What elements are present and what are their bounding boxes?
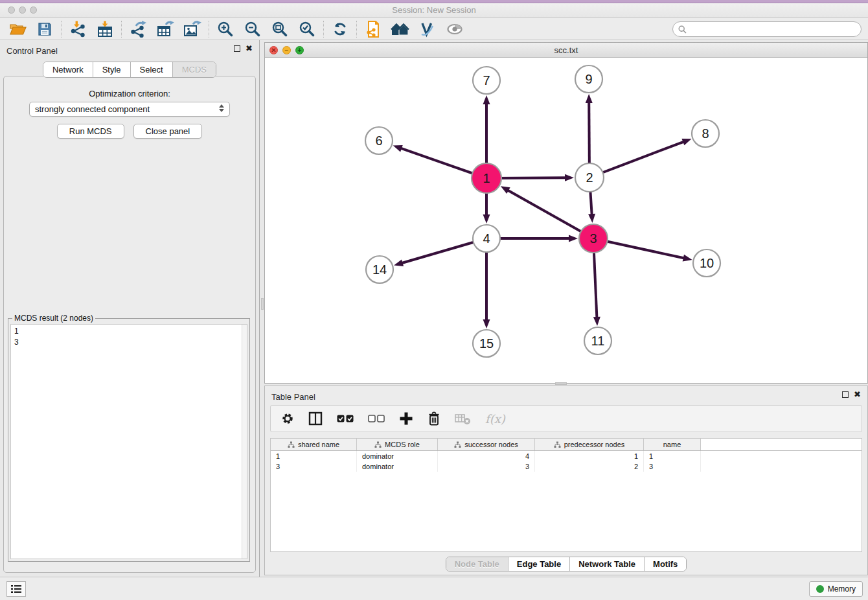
import-network-icon	[69, 21, 86, 38]
deselect-all-icon[interactable]	[368, 415, 385, 422]
window-title: Session: New Session	[0, 5, 868, 15]
tab-edge-table[interactable]: Edge Table	[508, 557, 570, 571]
toolbar-separator	[323, 21, 324, 38]
toolbar-separator	[121, 21, 122, 38]
network-file-button[interactable]	[360, 19, 387, 40]
close-table-panel-icon[interactable]: ✖	[854, 391, 861, 398]
table-panel-tabs: Node Table Edge Table Network Table Moti…	[265, 557, 867, 571]
export-table-button[interactable]	[152, 19, 179, 40]
search-input[interactable]	[690, 25, 856, 34]
import-table-button[interactable]	[91, 19, 119, 40]
table-row[interactable]: 1 dominator 4 1 1	[271, 451, 862, 461]
mcds-result-box: MCDS result (2 nodes) 1 3	[8, 318, 250, 562]
node-table: shared name MCDS role successor nodes pr…	[270, 438, 862, 552]
column-header-mcds-role[interactable]: MCDS role	[357, 439, 438, 450]
mcds-result-list[interactable]: 1 3	[10, 324, 247, 559]
shared-column-icon	[554, 441, 561, 448]
panel-splitter[interactable]	[259, 40, 264, 577]
criterion-dropdown-value: strongly connected component	[35, 104, 150, 114]
graph-node-label: 14	[372, 262, 387, 277]
graph-node-label: 8	[702, 126, 709, 141]
run-mcds-button[interactable]: Run MCDS	[57, 124, 124, 139]
tab-network[interactable]: Network	[43, 62, 93, 77]
memory-status-icon	[816, 585, 824, 593]
edge-arrowhead-icon	[588, 214, 595, 223]
column-chooser-icon[interactable]	[308, 411, 323, 426]
splitter-handle-icon[interactable]	[261, 298, 264, 310]
settings-gear-icon[interactable]	[281, 412, 294, 425]
save-icon	[37, 21, 52, 37]
search-icon	[678, 25, 687, 34]
control-panel-title: Control Panel	[6, 46, 58, 56]
tab-motifs[interactable]: Motifs	[645, 557, 686, 571]
search-box[interactable]	[672, 21, 862, 37]
save-session-button[interactable]	[31, 19, 58, 40]
memory-button[interactable]: Memory	[809, 581, 863, 597]
open-file-button[interactable]	[4, 19, 31, 40]
result-scrollbar[interactable]	[242, 325, 247, 559]
graph-node-label: 7	[483, 73, 490, 87]
float-table-panel-icon[interactable]	[842, 391, 849, 398]
export-network-button[interactable]	[124, 19, 152, 40]
table-panel-title: Table Panel	[271, 392, 315, 402]
task-history-button[interactable]	[6, 581, 26, 597]
network-splitter-handle-icon[interactable]	[555, 382, 567, 385]
tab-mcds[interactable]: MCDS	[173, 62, 216, 77]
tab-select[interactable]: Select	[131, 62, 173, 77]
table-row[interactable]: 3 dominator 3 2 3	[271, 461, 862, 472]
tab-style[interactable]: Style	[93, 62, 131, 77]
zoom-in-button[interactable]	[212, 19, 239, 40]
edge-arrowhead-icon	[565, 174, 574, 181]
zoom-out-icon	[244, 21, 261, 38]
mcds-result-line: 1	[14, 326, 244, 337]
edge-arrowhead-icon	[681, 139, 691, 145]
refresh-button[interactable]	[326, 19, 354, 40]
table-panel-header: Table Panel ✖	[265, 386, 867, 406]
column-header-shared-name[interactable]: shared name	[271, 439, 357, 450]
toolbar-separator	[209, 21, 209, 38]
control-panel-header: Control Panel ✖	[0, 40, 259, 60]
column-header-successor-nodes[interactable]: successor nodes	[438, 439, 535, 450]
edge-arrowhead-icon	[683, 255, 692, 262]
shared-column-icon	[454, 441, 461, 448]
close-panel-button[interactable]: Close panel	[133, 124, 203, 139]
graph-node-label: 4	[483, 231, 490, 246]
table-toolbar: f(x)	[270, 405, 862, 432]
network-window-titlebar[interactable]: ✕ − + scc.txt	[265, 43, 867, 58]
open-folder-icon	[9, 21, 27, 37]
graph-node-label: 1	[483, 171, 490, 185]
graph-node-label: 15	[479, 336, 494, 351]
window-titlebar: Session: New Session	[0, 0, 868, 18]
vizmapper-button[interactable]	[414, 19, 441, 40]
cybrowser-home-button[interactable]	[387, 19, 414, 40]
memory-label: Memory	[828, 584, 856, 594]
list-icon	[10, 584, 22, 594]
import-table-icon	[97, 21, 113, 38]
column-header-predecessor-nodes[interactable]: predecessor nodes	[535, 439, 644, 450]
graph-edge[interactable]	[589, 141, 685, 178]
network-file-icon	[365, 20, 382, 38]
import-network-button[interactable]	[64, 19, 91, 40]
close-panel-icon[interactable]: ✖	[246, 45, 253, 52]
select-all-icon[interactable]	[337, 415, 354, 422]
zoom-in-icon	[217, 21, 234, 38]
delete-column-trash-icon[interactable]	[428, 411, 440, 426]
edge-arrowhead-icon	[483, 214, 490, 224]
tab-network-table[interactable]: Network Table	[570, 557, 645, 571]
export-image-button[interactable]	[179, 19, 206, 40]
float-panel-icon[interactable]	[234, 45, 240, 52]
zoom-selected-button[interactable]	[293, 19, 321, 40]
mcds-result-line: 3	[14, 337, 244, 348]
zoom-out-button[interactable]	[239, 19, 266, 40]
tab-node-table[interactable]: Node Table	[446, 557, 508, 571]
criterion-dropdown[interactable]: strongly connected component	[29, 102, 230, 117]
column-header-name[interactable]: name	[644, 439, 701, 450]
refresh-icon	[332, 21, 348, 38]
network-graph[interactable]: 1234678910111415	[265, 58, 867, 383]
main-toolbar	[0, 18, 868, 40]
toolbar-separator	[61, 21, 62, 38]
zoom-fit-button[interactable]	[266, 19, 293, 40]
network-view-window: ✕ − + scc.txt 1234678910111415	[264, 42, 868, 384]
add-column-icon[interactable]	[399, 411, 413, 426]
hide-panel-button[interactable]	[441, 19, 468, 40]
